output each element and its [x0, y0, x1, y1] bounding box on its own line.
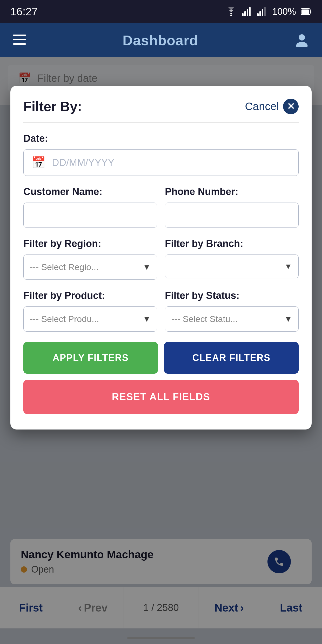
header-title: Dashboard [123, 32, 198, 48]
date-calendar-icon: 📅 [31, 156, 46, 169]
branch-select[interactable]: ▼ [165, 254, 299, 278]
region-label: Filter by Region: [23, 238, 157, 249]
customer-name-field: Customer Name: [23, 186, 157, 228]
svg-rect-1 [242, 13, 244, 16]
svg-point-16 [296, 42, 308, 47]
home-indicator [127, 637, 195, 639]
region-chevron-icon: ▼ [143, 263, 151, 272]
cancel-label: Cancel [245, 100, 279, 113]
customer-name-label: Customer Name: [23, 186, 157, 197]
region-field: Filter by Region: --- Select Regio... ▼ [23, 238, 157, 280]
status-bar: 16:27 100% [0, 0, 322, 23]
modal-divider [23, 122, 299, 123]
customer-name-input[interactable] [23, 203, 157, 228]
date-label: Date: [23, 133, 299, 144]
apply-filters-button[interactable]: APPLY FILTERS [23, 342, 158, 374]
filter-modal: Filter By: Cancel ✕ Date: 📅 DD/MM/YYYY C… [10, 86, 312, 430]
phone-number-input[interactable] [165, 203, 299, 228]
branch-field: Filter by Branch: ▼ [165, 238, 299, 280]
phone-number-label: Phone Number: [165, 186, 299, 197]
product-field: Filter by Product: --- Select Produ... ▼ [23, 290, 157, 332]
modal-title: Filter By: [23, 99, 82, 114]
hamburger-menu-icon[interactable] [13, 35, 26, 46]
product-status-row: Filter by Product: --- Select Produ... ▼… [23, 290, 299, 332]
filter-action-buttons: APPLY FILTERS CLEAR FILTERS [23, 342, 299, 374]
region-select[interactable]: --- Select Regio... ▼ [23, 254, 157, 280]
app-header: Dashboard [0, 23, 322, 57]
svg-rect-14 [13, 43, 26, 45]
profile-icon[interactable] [295, 33, 309, 48]
status-time: 16:27 [10, 5, 38, 18]
reset-all-fields-button[interactable]: RESET ALL FIELDS [23, 380, 299, 414]
customer-phone-row: Customer Name: Phone Number: [23, 186, 299, 228]
clear-filters-button[interactable]: CLEAR FILTERS [164, 342, 299, 374]
svg-rect-12 [13, 35, 26, 36]
battery-text: 100% [272, 6, 296, 17]
svg-rect-13 [13, 39, 26, 40]
status-chevron-icon: ▼ [284, 315, 292, 324]
product-label: Filter by Product: [23, 290, 157, 301]
branch-chevron-icon: ▼ [284, 262, 292, 271]
product-select-text: --- Select Produ... [30, 314, 99, 324]
status-select-text: --- Select Statu... [171, 314, 238, 324]
battery-icon [301, 7, 312, 16]
signal-icon [242, 7, 252, 16]
svg-rect-7 [262, 9, 263, 16]
svg-rect-2 [244, 11, 246, 16]
cancel-button[interactable]: Cancel ✕ [245, 99, 299, 114]
svg-rect-10 [310, 10, 311, 13]
product-chevron-icon: ▼ [143, 315, 151, 324]
svg-point-15 [299, 34, 305, 41]
svg-rect-8 [264, 7, 266, 16]
svg-rect-11 [301, 9, 309, 14]
status-field: Filter by Status: --- Select Statu... ▼ [165, 290, 299, 332]
cancel-icon: ✕ [283, 99, 299, 114]
product-select[interactable]: --- Select Produ... ▼ [23, 306, 157, 332]
status-icons: 100% [225, 6, 312, 17]
date-input-wrapper[interactable]: 📅 DD/MM/YYYY [23, 149, 299, 176]
branch-label: Filter by Branch: [165, 238, 299, 249]
phone-number-field: Phone Number: [165, 186, 299, 228]
signal-icon-2 [257, 7, 267, 16]
svg-point-0 [230, 15, 232, 16]
region-select-text: --- Select Regio... [30, 262, 99, 272]
modal-header: Filter By: Cancel ✕ [23, 99, 299, 114]
svg-rect-5 [257, 13, 259, 16]
svg-rect-4 [249, 7, 251, 16]
svg-rect-3 [247, 9, 248, 16]
region-branch-row: Filter by Region: --- Select Regio... ▼ … [23, 238, 299, 280]
status-label: Filter by Status: [165, 290, 299, 301]
wifi-icon [225, 7, 237, 16]
date-placeholder: DD/MM/YYYY [52, 157, 115, 168]
status-select[interactable]: --- Select Statu... ▼ [165, 306, 299, 332]
svg-rect-6 [259, 11, 261, 16]
